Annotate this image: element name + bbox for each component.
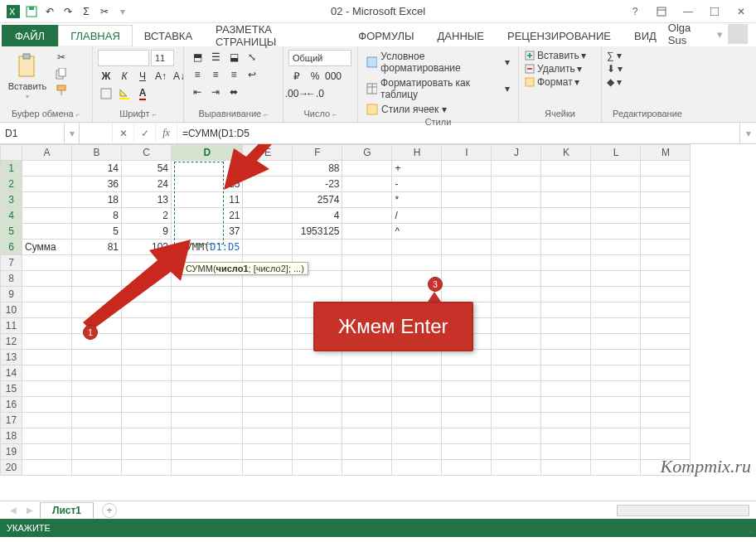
format-cells-button[interactable]: Формат ▾ xyxy=(524,76,596,88)
sum-button[interactable]: ∑ ▾ xyxy=(607,50,688,61)
cut-button[interactable]: ✂ xyxy=(53,50,70,65)
col-header-J[interactable]: J xyxy=(492,145,541,161)
number-format-combo[interactable]: Общий xyxy=(288,50,351,66)
minimize-icon[interactable]: — xyxy=(678,3,698,20)
font-name-combo[interactable] xyxy=(98,50,149,66)
conditional-formatting-button[interactable]: Условное форматирование ▾ xyxy=(363,50,513,75)
row-header-20[interactable]: 20 xyxy=(1,460,22,476)
row-header-2[interactable]: 2 xyxy=(1,177,22,192)
percent-button[interactable]: % xyxy=(307,69,323,84)
collapse-ribbon-icon[interactable]: ⌃ xyxy=(747,530,754,540)
active-cell-D6[interactable]: =СУММ(D1:D5 xyxy=(172,240,243,255)
sheet-nav-prev-icon[interactable]: ◀ xyxy=(7,506,20,515)
tab-review[interactable]: РЕЦЕНЗИРОВАНИЕ xyxy=(496,25,623,46)
row-header-1[interactable]: 1 xyxy=(1,161,22,177)
underline-button[interactable]: Ч xyxy=(134,69,151,84)
formula-input[interactable]: =СУММ(D1:D5 xyxy=(177,128,739,139)
col-header-M[interactable]: M xyxy=(641,145,691,161)
tab-view[interactable]: ВИД xyxy=(623,25,668,46)
name-box[interactable]: D1 xyxy=(0,123,65,143)
font-size-combo[interactable]: 11 xyxy=(151,50,174,66)
col-header-G[interactable]: G xyxy=(342,145,392,161)
tab-home[interactable]: ГЛАВНАЯ xyxy=(58,25,133,46)
name-box-dropdown-icon[interactable]: ▾ xyxy=(65,123,80,143)
expand-formula-bar-icon[interactable]: ▾ xyxy=(739,123,756,143)
fill-color-button[interactable] xyxy=(116,86,133,101)
insert-function-icon[interactable]: fx xyxy=(156,123,177,143)
sum-icon[interactable]: Σ xyxy=(78,3,94,20)
row-header-19[interactable]: 19 xyxy=(1,444,22,460)
select-all-corner[interactable] xyxy=(1,145,22,161)
qat-customize-icon[interactable]: ▾ xyxy=(114,3,131,20)
cancel-formula-icon[interactable]: ✕ xyxy=(113,123,134,143)
row-header-4[interactable]: 4 xyxy=(1,208,22,224)
increase-decimal-button[interactable]: .00→ xyxy=(288,86,305,101)
row-header-13[interactable]: 13 xyxy=(1,350,22,365)
help-icon[interactable]: ? xyxy=(625,3,645,20)
delete-cells-button[interactable]: Удалить ▾ xyxy=(524,63,596,75)
row-header-15[interactable]: 15 xyxy=(1,381,22,397)
tab-file[interactable]: ФАЙЛ xyxy=(2,25,58,46)
ribbon-display-icon[interactable] xyxy=(652,3,671,20)
row-header-14[interactable]: 14 xyxy=(1,365,22,381)
col-header-C[interactable]: C xyxy=(122,145,172,161)
tab-insert[interactable]: ВСТАВКА xyxy=(133,25,204,46)
excel-icon[interactable]: X xyxy=(5,3,22,20)
italic-button[interactable]: К xyxy=(116,69,133,84)
row-header-17[interactable]: 17 xyxy=(1,413,22,428)
sheet-tab-1[interactable]: Лист1 xyxy=(40,502,94,518)
merge-button[interactable]: ⬌ xyxy=(225,85,242,99)
accounting-button[interactable]: ₽ xyxy=(288,69,305,84)
row-header-12[interactable]: 12 xyxy=(1,334,22,350)
copy-button[interactable] xyxy=(53,66,70,81)
align-top-button[interactable]: ⬒ xyxy=(189,50,206,65)
sheet-nav-next-icon[interactable]: ▶ xyxy=(23,506,36,515)
row-header-11[interactable]: 11 xyxy=(1,318,22,334)
col-header-D[interactable]: D xyxy=(172,145,243,161)
insert-cells-button[interactable]: Вставить ▾ xyxy=(524,50,596,61)
row-header-9[interactable]: 9 xyxy=(1,287,22,302)
font-color-button[interactable]: A xyxy=(134,86,151,101)
row-header-5[interactable]: 5 xyxy=(1,224,22,240)
redo-icon[interactable]: ↷ xyxy=(60,3,76,20)
close-icon[interactable]: ✕ xyxy=(731,3,751,20)
paste-button[interactable]: Вставить ▾ xyxy=(5,50,50,103)
row-header-7[interactable]: 7 xyxy=(1,255,22,271)
align-left-button[interactable]: ≡ xyxy=(189,67,206,82)
enter-formula-icon[interactable]: ✓ xyxy=(134,123,156,143)
fill-button[interactable]: ⬇ ▾ xyxy=(607,63,688,75)
undo-icon[interactable]: ↶ xyxy=(41,3,58,20)
horizontal-scrollbar[interactable] xyxy=(617,505,749,516)
tab-page-layout[interactable]: РАЗМЕТКА СТРАНИЦЫ xyxy=(204,25,346,46)
cell-styles-button[interactable]: Стили ячеек ▾ xyxy=(363,103,513,116)
decrease-indent-button[interactable]: ⇤ xyxy=(189,85,206,99)
clear-button[interactable]: ◆ ▾ xyxy=(607,76,688,88)
col-header-L[interactable]: L xyxy=(591,145,641,161)
comma-button[interactable]: 000 xyxy=(325,69,342,84)
col-header-B[interactable]: B xyxy=(72,145,122,161)
orientation-button[interactable]: ⤡ xyxy=(244,50,260,65)
col-header-H[interactable]: H xyxy=(392,145,442,161)
tab-data[interactable]: ДАННЫЕ xyxy=(426,25,496,46)
row-header-18[interactable]: 18 xyxy=(1,428,22,444)
cut-icon[interactable]: ✂ xyxy=(96,3,113,20)
align-middle-button[interactable]: ☰ xyxy=(207,50,224,65)
align-right-button[interactable]: ≡ xyxy=(225,67,242,82)
row-header-6[interactable]: 6 xyxy=(1,240,22,255)
align-center-button[interactable]: ≡ xyxy=(207,67,224,82)
col-header-A[interactable]: A xyxy=(22,145,72,161)
wrap-text-button[interactable]: ↩ xyxy=(244,67,260,82)
col-header-K[interactable]: K xyxy=(541,145,591,161)
row-header-8[interactable]: 8 xyxy=(1,271,22,287)
align-bottom-button[interactable]: ⬓ xyxy=(225,50,242,65)
tab-formulas[interactable]: ФОРМУЛЫ xyxy=(346,25,425,46)
col-header-F[interactable]: F xyxy=(293,145,342,161)
row-header-16[interactable]: 16 xyxy=(1,397,22,413)
increase-font-button[interactable]: A↑ xyxy=(153,69,169,84)
row-header-3[interactable]: 3 xyxy=(1,192,22,208)
add-sheet-button[interactable]: + xyxy=(102,503,117,518)
row-header-10[interactable]: 10 xyxy=(1,302,22,318)
col-header-I[interactable]: I xyxy=(442,145,492,161)
decrease-decimal-button[interactable]: ←.0 xyxy=(307,86,323,101)
col-header-E[interactable]: E xyxy=(243,145,293,161)
